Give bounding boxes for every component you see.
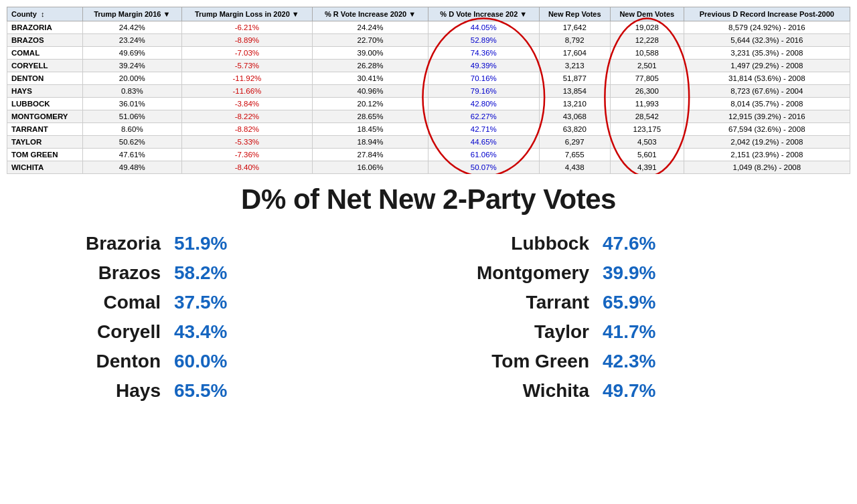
table-row: BRAZORIA24.42%-6.21%24.24%44.05%17,64219… bbox=[7, 21, 850, 34]
county-pct: 49.7% bbox=[603, 380, 655, 402]
table-cell: 17,604 bbox=[539, 47, 610, 60]
table-cell: 8,792 bbox=[539, 34, 610, 47]
col-trump2016[interactable]: Trump Margin 2016 ▼ bbox=[83, 7, 181, 21]
county-name: Lubbock bbox=[469, 233, 589, 254]
table-cell: HAYS bbox=[7, 85, 83, 98]
table-row: TOM GREEN47.61%-7.36%27.84%61.06%7,6555,… bbox=[7, 149, 850, 161]
table-row: TARRANT8.60%-8.82%18.45%42.71%63,820123,… bbox=[7, 123, 850, 136]
col-new-rep[interactable]: New Rep Votes bbox=[539, 7, 610, 21]
table-cell: -8.89% bbox=[181, 34, 313, 47]
table-cell: 49.69% bbox=[83, 47, 181, 60]
table-cell: -3.84% bbox=[181, 98, 313, 110]
table-cell: 44.65% bbox=[428, 136, 539, 149]
county-pct: 65.5% bbox=[174, 380, 227, 402]
table-cell: 19,028 bbox=[610, 21, 684, 34]
table-cell: 70.16% bbox=[428, 72, 539, 85]
county-pct: 47.6% bbox=[603, 233, 655, 254]
county-pct: 37.5% bbox=[174, 292, 227, 313]
table-cell: 39.24% bbox=[83, 60, 181, 72]
table-cell: BRAZOS bbox=[7, 34, 83, 47]
table-cell: 8,579 (24.92%) - 2016 bbox=[684, 21, 850, 34]
table-cell: 28,542 bbox=[610, 110, 684, 123]
county-pct: 43.4% bbox=[174, 321, 227, 343]
col-prev-record[interactable]: Previous D Record Increase Post-2000 bbox=[684, 7, 850, 21]
table-cell: -5.33% bbox=[181, 136, 313, 149]
table-cell: 67,594 (32.6%) - 2008 bbox=[684, 123, 850, 136]
col-margin-loss[interactable]: Trump Margin Loss in 2020 ▼ bbox=[181, 7, 313, 21]
table-cell: 3,231 (35.3%) - 2008 bbox=[684, 47, 850, 60]
table-cell: 5,644 (32.3%) - 2016 bbox=[684, 34, 850, 47]
table-cell: 51,877 bbox=[539, 72, 610, 85]
table-cell: 77,805 bbox=[610, 72, 684, 85]
county-name: Denton bbox=[40, 351, 161, 372]
table-cell: 51.06% bbox=[83, 110, 181, 123]
table-cell: 18.94% bbox=[313, 136, 428, 149]
county-pct: 41.7% bbox=[603, 321, 655, 343]
col-county[interactable]: County ↕ bbox=[7, 7, 83, 21]
table-cell: LUBBOCK bbox=[7, 98, 83, 110]
county-name: Tom Green bbox=[469, 351, 589, 372]
table-cell: 61.06% bbox=[428, 149, 539, 161]
county-item: Tom Green42.3% bbox=[428, 347, 817, 376]
table-row: MONTGOMERY51.06%-8.22%28.65%62.27%43,068… bbox=[7, 110, 850, 123]
county-item: Hays65.5% bbox=[40, 376, 428, 406]
right-column: Lubbock47.6%Montgomery39.9%Tarrant65.9%T… bbox=[428, 229, 817, 406]
county-pct: 60.0% bbox=[174, 351, 227, 372]
table-cell: TAYLOR bbox=[7, 136, 83, 149]
table-cell: 17,642 bbox=[539, 21, 610, 34]
table-cell: -8.82% bbox=[181, 123, 313, 136]
table-cell: 4,438 bbox=[539, 161, 610, 174]
table-cell: 43,068 bbox=[539, 110, 610, 123]
table-cell: 2,042 (19.2%) - 2008 bbox=[684, 136, 850, 149]
county-pct: 58.2% bbox=[174, 262, 227, 284]
table-cell: 12,915 (39.2%) - 2016 bbox=[684, 110, 850, 123]
table-cell: 31,814 (53.6%) - 2008 bbox=[684, 72, 850, 85]
table-row: DENTON20.00%-11.92%30.41%70.16%51,87777,… bbox=[7, 72, 850, 85]
county-item: Brazoria51.9% bbox=[40, 229, 428, 258]
data-table: County ↕ Trump Margin 2016 ▼ Trump Margi… bbox=[7, 7, 850, 174]
county-name: Comal bbox=[40, 292, 161, 313]
table-cell: 13,210 bbox=[539, 98, 610, 110]
table-cell: 3,213 bbox=[539, 60, 610, 72]
table-cell: 16.06% bbox=[313, 161, 428, 174]
table-cell: MONTGOMERY bbox=[7, 110, 83, 123]
table-cell: 30.41% bbox=[313, 72, 428, 85]
table-cell: 44.05% bbox=[428, 21, 539, 34]
table-cell: TARRANT bbox=[7, 123, 83, 136]
table-cell: 49.39% bbox=[428, 60, 539, 72]
table-cell: CORYELL bbox=[7, 60, 83, 72]
table-wrapper: County ↕ Trump Margin 2016 ▼ Trump Margi… bbox=[7, 7, 850, 174]
county-pct: 65.9% bbox=[603, 292, 655, 313]
table-cell: 20.00% bbox=[83, 72, 181, 85]
county-item: Lubbock47.6% bbox=[428, 229, 817, 258]
table-row: CORYELL39.24%-5.73%26.28%49.39%3,2132,50… bbox=[7, 60, 850, 72]
col-new-dem[interactable]: New Dem Votes bbox=[610, 7, 684, 21]
counties-grid: Brazoria51.9%Brazos58.2%Comal37.5%Coryel… bbox=[13, 229, 844, 406]
table-cell: 36.01% bbox=[83, 98, 181, 110]
table-cell: -11.66% bbox=[181, 85, 313, 98]
county-item: Tarrant65.9% bbox=[428, 288, 817, 317]
table-body: BRAZORIA24.42%-6.21%24.24%44.05%17,64219… bbox=[7, 21, 850, 174]
table-cell: 26.28% bbox=[313, 60, 428, 72]
table-cell: -7.36% bbox=[181, 149, 313, 161]
table-cell: 42.71% bbox=[428, 123, 539, 136]
table-cell: 49.48% bbox=[83, 161, 181, 174]
table-cell: COMAL bbox=[7, 47, 83, 60]
table-cell: 6,297 bbox=[539, 136, 610, 149]
table-cell: 4,391 bbox=[610, 161, 684, 174]
table-row: HAYS0.83%-11.66%40.96%79.16%13,85426,300… bbox=[7, 85, 850, 98]
table-header-row: County ↕ Trump Margin 2016 ▼ Trump Margi… bbox=[7, 7, 850, 21]
county-item: Taylor41.7% bbox=[428, 317, 817, 347]
table-cell: 10,588 bbox=[610, 47, 684, 60]
table-row: BRAZOS23.24%-8.89%22.70%52.89%8,79212,22… bbox=[7, 34, 850, 47]
col-d-vote-inc[interactable]: % D Vote Increase 202 ▼ bbox=[428, 7, 539, 21]
table-cell: 2,501 bbox=[610, 60, 684, 72]
table-cell: 42.80% bbox=[428, 98, 539, 110]
table-row: TAYLOR50.62%-5.33%18.94%44.65%6,2974,503… bbox=[7, 136, 850, 149]
county-name: Wichita bbox=[469, 380, 589, 402]
county-pct: 39.9% bbox=[603, 262, 655, 284]
table-cell: 52.89% bbox=[428, 34, 539, 47]
left-column: Brazoria51.9%Brazos58.2%Comal37.5%Coryel… bbox=[40, 229, 428, 406]
table-cell: 8.60% bbox=[83, 123, 181, 136]
col-r-vote-inc[interactable]: % R Vote Increase 2020 ▼ bbox=[313, 7, 428, 21]
